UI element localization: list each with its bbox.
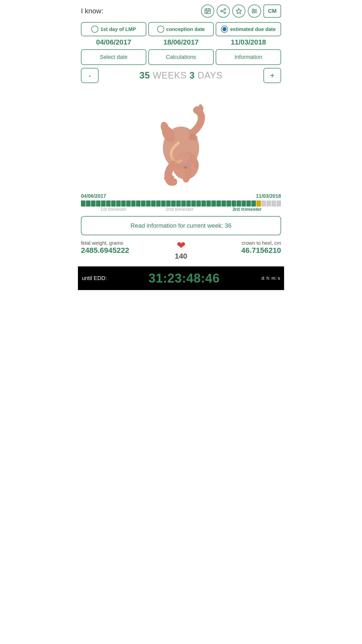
progress-bar (81, 200, 281, 207)
heart-rate-value: 140 (175, 252, 187, 260)
svg-rect-8 (207, 12, 208, 13)
svg-point-19 (255, 10, 256, 12)
svg-rect-6 (208, 11, 209, 12)
crown-heel-stat: crown to heel, cm 46.7156210 (187, 240, 281, 255)
star-icon (236, 8, 242, 14)
star-icon-btn[interactable] (232, 5, 245, 18)
countdown-unit: d: h: m: s (261, 276, 280, 281)
increase-week-button[interactable]: + (263, 68, 281, 83)
progress-segment-6 (106, 200, 111, 207)
progress-start-date: 04/06/2017 (81, 193, 106, 199)
svg-point-28 (164, 174, 174, 182)
radio-edd[interactable]: estimated due date (216, 22, 281, 36)
select-date-button[interactable]: Select date (81, 49, 146, 65)
share-icon (220, 8, 227, 14)
progress-segment-10 (126, 200, 131, 207)
progress-segment-8 (116, 200, 121, 207)
header: I know: (78, 0, 284, 20)
svg-rect-5 (207, 11, 208, 12)
svg-rect-4 (206, 11, 207, 12)
crown-heel-value: 46.7156210 (187, 246, 281, 255)
week-display: 35 WEEKS 3 DAYS (101, 70, 261, 81)
progress-segment-19 (171, 200, 176, 207)
progress-segment-39 (272, 200, 276, 207)
share-icon-btn[interactable] (217, 5, 230, 18)
progress-segment-14 (146, 200, 151, 207)
progress-section: 04/06/2017 11/03/2018 1st trimester 2nd … (81, 193, 281, 212)
progress-segment-34 (246, 200, 251, 207)
progress-segment-28 (216, 200, 221, 207)
trimester-2-label: 2nd trimester (166, 207, 194, 212)
trimester-1-label: 1st trimester (100, 207, 127, 212)
radio-lmp[interactable]: 1st day of LMP (81, 22, 146, 36)
know-label: I know: (81, 7, 103, 15)
progress-segment-21 (181, 200, 186, 207)
radio-edd-label: estimated due date (230, 26, 276, 32)
progress-segment-3 (91, 200, 96, 207)
progress-segment-18 (166, 200, 171, 207)
progress-segment-30 (227, 200, 231, 207)
progress-segment-1 (81, 200, 85, 207)
progress-segment-7 (111, 200, 116, 207)
svg-point-10 (221, 10, 222, 12)
radio-conception-circle (157, 26, 164, 33)
progress-segment-27 (211, 200, 216, 207)
svg-point-9 (224, 9, 226, 10)
svg-marker-14 (236, 8, 242, 14)
crown-heel-label: crown to heel, cm (187, 240, 281, 246)
edd-date: 11/03/2018 (216, 38, 281, 46)
progress-segment-5 (101, 200, 106, 207)
days-number: 3 (190, 70, 195, 80)
svg-rect-7 (206, 12, 207, 13)
radio-conception-label: conception date (166, 26, 205, 32)
radio-row: 1st day of LMP conception date estimated… (81, 22, 281, 36)
stats-row: fetal weight, grams 2485.6945222 ❤ 140 c… (81, 240, 281, 260)
progress-segment-37 (261, 200, 266, 207)
progress-segment-12 (136, 200, 141, 207)
date-row: 04/06/2017 18/06/2017 11/03/2018 (81, 38, 281, 46)
action-btn-row: Select date Calculations Information (81, 49, 281, 65)
svg-point-20 (252, 12, 254, 13)
progress-segment-31 (232, 200, 236, 207)
information-button[interactable]: Information (216, 49, 281, 65)
week-number: 35 (140, 70, 150, 80)
svg-point-18 (252, 9, 254, 10)
countdown-label: until EDD: (82, 275, 107, 281)
progress-segment-40 (277, 200, 281, 207)
decrease-week-button[interactable]: - (81, 68, 99, 83)
progress-segment-20 (176, 200, 181, 207)
header-icons: CM (201, 5, 281, 18)
fetus-illustration (148, 90, 214, 186)
progress-segment-23 (191, 200, 196, 207)
settings-icon-btn[interactable] (248, 5, 261, 18)
calculations-button[interactable]: Calculations (148, 49, 214, 65)
progress-segment-38 (266, 200, 271, 207)
fetal-weight-label: fetal weight, grams (81, 240, 175, 246)
lmp-date: 04/06/2017 (81, 38, 146, 46)
progress-segment-29 (221, 200, 226, 207)
progress-segment-33 (242, 200, 246, 207)
svg-line-12 (222, 10, 224, 11)
unit-toggle-btn[interactable]: CM (263, 5, 281, 18)
trimester-labels: 1st trimester 2nd trimester 3rd trimeste… (81, 207, 281, 212)
progress-segment-22 (186, 200, 191, 207)
calendar-icon (204, 8, 211, 14)
fetus-image-area (78, 85, 284, 193)
svg-point-32 (195, 161, 199, 167)
trimester-3-label: 3rd trimester (232, 207, 261, 212)
progress-segment-25 (201, 200, 206, 207)
calendar-icon-btn[interactable] (201, 5, 214, 18)
radio-lmp-label: 1st day of LMP (100, 26, 136, 32)
progress-segment-13 (141, 200, 146, 207)
weeks-label: WEEKS (153, 70, 187, 80)
progress-segment-36 (256, 200, 261, 207)
svg-point-11 (224, 12, 226, 14)
radio-conception[interactable]: conception date (148, 22, 214, 36)
read-info-button[interactable]: Read information for current week: 36 (81, 216, 281, 235)
progress-segment-26 (206, 200, 211, 207)
progress-segment-17 (161, 200, 166, 207)
countdown-section: until EDD: 31:23:48:46 d: h: m: s (78, 266, 284, 290)
progress-dates: 04/06/2017 11/03/2018 (81, 193, 281, 199)
radio-lmp-circle (91, 26, 98, 33)
svg-point-34 (172, 149, 189, 164)
